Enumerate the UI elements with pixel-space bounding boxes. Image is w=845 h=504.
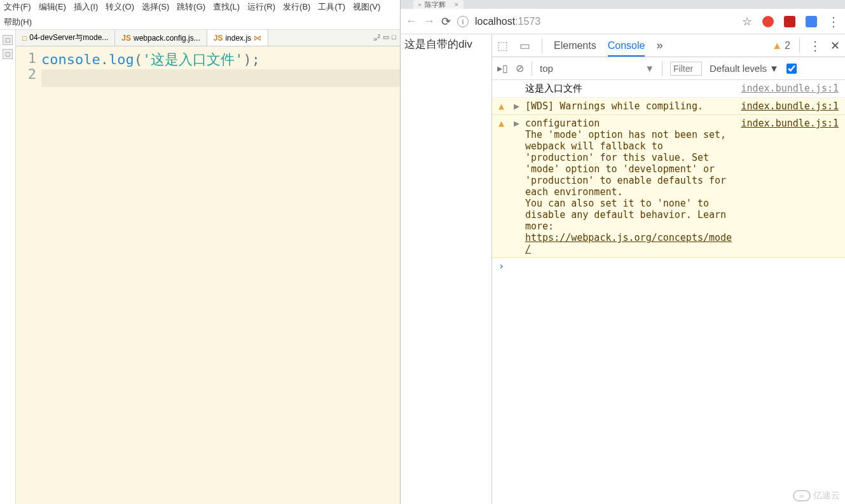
menu-tools[interactable]: 工具(T): [318, 1, 345, 13]
tab-elements[interactable]: Elements: [554, 40, 596, 51]
location-extension-icon[interactable]: [762, 16, 774, 27]
menu-edit[interactable]: 编辑(E): [39, 1, 66, 13]
maximize-icon[interactable]: □: [392, 33, 396, 43]
browser-tab-strip: ▫ 陈字辉 ×: [401, 0, 845, 9]
close-tab-icon[interactable]: ×: [454, 1, 458, 8]
console-prompt[interactable]: ›: [492, 258, 845, 275]
code-line-1[interactable]: console.log('这是入口文件');: [41, 50, 400, 69]
settings-checkbox[interactable]: [787, 64, 797, 74]
device-toggle-icon[interactable]: ▭: [519, 39, 530, 53]
code-area[interactable]: console.log('这是入口文件');: [41, 46, 400, 504]
tab-label: webpack.config.js...: [134, 34, 200, 43]
inspect-element-icon[interactable]: ⬚: [497, 39, 508, 53]
menu-find[interactable]: 查找(L): [213, 1, 240, 13]
js-file-icon: JS: [121, 34, 131, 43]
log-source-link[interactable]: index.bundle.js:1: [741, 100, 839, 112]
shield-extension-icon[interactable]: [784, 16, 795, 27]
separator: [542, 39, 542, 53]
tab-devserver[interactable]: □ 04-devServer与mode...: [16, 30, 115, 46]
sidebar-toggle-icon[interactable]: ▸▯: [497, 62, 508, 74]
log-source-link[interactable]: index.bundle.js:1: [741, 118, 839, 255]
log-entry[interactable]: 这是入口文件 index.bundle.js:1: [492, 80, 845, 98]
expand-arrow-icon[interactable]: ▶: [514, 100, 520, 112]
warning-triangle-icon: ▲: [772, 40, 782, 51]
log-message: [WDS] Warnings while compiling.: [525, 100, 736, 112]
forward-button: →: [423, 15, 435, 28]
menu-insert[interactable]: 插入(I): [74, 1, 98, 13]
close-devtools-icon[interactable]: ✕: [830, 39, 840, 53]
warning-triangle-icon: ▲: [498, 100, 509, 112]
devtools-panel: ⬚ ▭ Elements Console » ▲ 2 ⋮ ✕ ▸▯: [492, 34, 845, 504]
dropdown-triangle-icon: ▼: [769, 63, 779, 74]
gutter-icon-2[interactable]: ▢: [3, 49, 13, 59]
log-entry-warning[interactable]: ▲ ▶ [WDS] Warnings while compiling. inde…: [492, 98, 845, 115]
learn-more-link[interactable]: https://webpack.js.org/concepts/mode/: [525, 232, 732, 255]
devtools-menu-icon[interactable]: ⋮: [809, 38, 821, 53]
line-number-gutter: 1 2: [16, 46, 41, 504]
page-icon: ▫: [418, 1, 421, 8]
tab-label: index.js: [225, 34, 251, 43]
code-editor[interactable]: 1 2 console.log('这是入口文件');: [16, 46, 400, 504]
console-toolbar: ▸▯ ⊘ top ▼ Default levels ▼: [492, 57, 845, 80]
watermark: ∞ 亿速云: [793, 490, 840, 501]
log-source-link[interactable]: index.bundle.js:1: [741, 83, 839, 95]
log-message: 这是入口文件: [525, 83, 736, 95]
log-entry-warning[interactable]: ▲ ▶ configuration The 'mode' option has …: [492, 115, 845, 258]
file-icon: □: [22, 34, 27, 43]
tab-index-js[interactable]: JS index.js ⋈: [207, 30, 268, 46]
editor-tab-row: □ 04-devServer与mode... JS webpack.config…: [16, 30, 400, 46]
prompt-caret-icon: ›: [498, 261, 504, 272]
site-info-icon[interactable]: i: [457, 16, 469, 27]
expand-arrow-icon[interactable]: ▶: [514, 118, 520, 255]
ide-left-gutter: ▢ ▢: [0, 30, 16, 504]
separator: [799, 39, 800, 53]
rendered-page: 这是自带的div: [401, 34, 492, 504]
warning-triangle-icon: ▲: [498, 118, 509, 255]
watermark-icon: ∞: [793, 490, 811, 501]
translate-extension-icon[interactable]: [806, 16, 817, 27]
menu-release[interactable]: 发行(B): [283, 1, 310, 13]
log-icon: [498, 83, 509, 95]
menu-run[interactable]: 运行(R): [247, 1, 275, 13]
bookmark-star-icon[interactable]: ☆: [742, 15, 752, 29]
line-number: 1: [16, 50, 36, 66]
tabs-overflow-icon[interactable]: »: [656, 39, 663, 52]
browser-panel: ▫ 陈字辉 × ← → ⟳ i localhost:1573 ☆ ⋮ 这是自带的…: [401, 0, 845, 504]
address-bar: ← → ⟳ i localhost:1573 ☆ ⋮: [401, 9, 845, 34]
log-message: configuration The 'mode' option has not …: [525, 118, 736, 255]
chrome-menu-icon[interactable]: ⋮: [827, 14, 840, 29]
console-filter-input[interactable]: [670, 62, 702, 76]
menu-goto[interactable]: 跳转(G): [177, 1, 205, 13]
separator: [532, 62, 532, 76]
menu-view[interactable]: 视图(V): [353, 1, 380, 13]
log-levels-dropdown[interactable]: Default levels ▼: [710, 63, 779, 74]
page-text: 这是自带的div: [404, 37, 488, 51]
context-selector[interactable]: top ▼: [540, 63, 654, 74]
menu-help[interactable]: 帮助(H): [4, 17, 32, 28]
ide-panel: 文件(F) 编辑(E) 插入(I) 转义(O) 选择(S) 跳转(G) 查找(L…: [0, 0, 401, 504]
console-output: 这是入口文件 index.bundle.js:1 ▲ ▶ [WDS] Warni…: [492, 80, 845, 504]
warning-count-badge[interactable]: ▲ 2: [772, 40, 790, 51]
dirty-close-icon[interactable]: ⋈: [254, 34, 261, 43]
dropdown-triangle-icon: ▼: [645, 63, 654, 74]
minimize-icon[interactable]: ▭: [383, 33, 389, 43]
separator: [662, 62, 663, 76]
browser-tab[interactable]: ▫ 陈字辉 ×: [413, 0, 464, 9]
menu-transform[interactable]: 转义(O): [106, 1, 134, 13]
tab-overflow-icon[interactable]: »2: [373, 33, 380, 43]
tab-webpack-config[interactable]: JS webpack.config.js...: [115, 30, 207, 46]
line-number: 2: [16, 66, 36, 82]
tab-console[interactable]: Console: [608, 40, 645, 57]
browser-tab-title: 陈字辉: [425, 0, 446, 10]
tab-label: 04-devServer与mode...: [29, 32, 108, 43]
code-line-2[interactable]: [41, 69, 400, 87]
menu-file[interactable]: 文件(F): [4, 1, 31, 13]
devtools-tabbar: ⬚ ▭ Elements Console » ▲ 2 ⋮ ✕: [492, 34, 845, 57]
menu-select[interactable]: 选择(S): [142, 1, 169, 13]
back-button[interactable]: ←: [406, 15, 417, 28]
clear-console-icon[interactable]: ⊘: [516, 62, 524, 74]
url-display[interactable]: localhost:1573: [475, 16, 540, 27]
ide-menubar: 文件(F) 编辑(E) 插入(I) 转义(O) 选择(S) 跳转(G) 查找(L…: [0, 0, 400, 30]
gutter-icon-1[interactable]: ▢: [3, 35, 13, 45]
reload-button[interactable]: ⟳: [441, 15, 451, 29]
